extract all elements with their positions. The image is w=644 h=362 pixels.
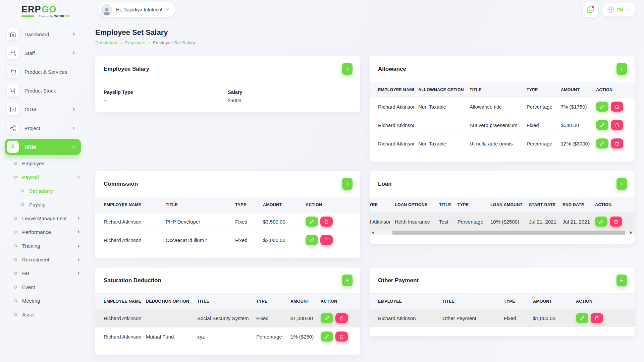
logo-go-text: GO	[42, 4, 57, 14]
sidebar-subitem-asset[interactable]: Asset	[14, 309, 81, 320]
subitem-label: Asset	[22, 312, 81, 317]
pencil-icon	[600, 105, 604, 109]
sidebar-subitem-leave-management[interactable]: Leave Management	[14, 213, 81, 224]
cell: Percentage	[453, 213, 486, 231]
cell: Fixed	[523, 116, 557, 134]
bullet-icon	[14, 161, 18, 165]
sidebar-subitem-hr[interactable]: HR	[14, 267, 81, 279]
horizontal-scrollbar[interactable]	[370, 231, 635, 235]
sidebar-item-product-stock[interactable]: Product Stock	[5, 82, 81, 99]
edit-button[interactable]	[595, 217, 607, 227]
edit-button[interactable]	[321, 331, 333, 342]
pencil-icon	[599, 220, 603, 224]
subitem-label: Meeting	[22, 298, 81, 304]
language-label: EN	[617, 7, 623, 12]
sidebar-subitem-recruitment[interactable]: Recruitment	[14, 254, 81, 265]
employee-salary-card: Employee Salary + Payslip Type -- Salary…	[95, 56, 360, 112]
cell: Jul 21, 2021	[558, 213, 591, 231]
delete-button[interactable]	[611, 120, 623, 130]
card-title: Commission	[104, 181, 138, 187]
sidebar-item-crm[interactable]: CRM	[5, 101, 81, 117]
cell	[414, 116, 466, 134]
cell: Fixed	[252, 309, 286, 327]
edit-button[interactable]	[306, 217, 318, 227]
sidebar-item-staff[interactable]: Staff	[5, 45, 81, 61]
sidebar-subitem-event[interactable]: Event	[14, 281, 81, 293]
cell: Percentage	[252, 327, 286, 346]
breadcrumb-separator: ›	[148, 40, 150, 45]
scrollbar-thumb[interactable]	[392, 231, 625, 235]
messenger-button[interactable]	[583, 2, 598, 17]
delete-button[interactable]	[611, 138, 623, 148]
bullet-icon	[14, 312, 18, 316]
column-header: TYPE	[252, 294, 286, 309]
bullet-icon	[14, 299, 18, 303]
add-other-payment-button[interactable]: +	[616, 275, 627, 286]
delete-button[interactable]	[320, 217, 333, 227]
pencil-icon	[310, 238, 314, 242]
column-header: EMPLOYEE NAME	[95, 197, 162, 213]
field-label: Payslip Type	[104, 89, 228, 95]
user-menu[interactable]: Hi, Rajodiya Infotech!	[99, 2, 175, 17]
add-employee-salary-button[interactable]: +	[342, 63, 353, 75]
cell	[142, 309, 193, 327]
delete-button[interactable]	[320, 235, 333, 245]
edit-button[interactable]	[321, 313, 333, 323]
card-title: Saturation Deduction	[104, 277, 161, 284]
cell: Percentage	[523, 134, 557, 153]
cell: Allowance title	[466, 98, 523, 116]
notification-dot	[592, 6, 594, 8]
edit-button[interactable]	[596, 102, 608, 112]
language-selector[interactable]: EN	[603, 3, 635, 16]
subitem-label: Leave Management	[22, 216, 76, 221]
main-content: Employee Set Salary Dashboard › Employee…	[86, 19, 644, 362]
sidebar-subitem-employee[interactable]: Employee	[14, 158, 81, 169]
delete-button[interactable]	[335, 313, 348, 323]
delete-button[interactable]	[611, 102, 623, 112]
scroll-right-arrow-icon[interactable]	[630, 231, 632, 234]
column-header: ACTION	[302, 197, 360, 213]
cell: Helth Insurance	[391, 213, 435, 231]
loan-card: Loan + EMPLOYEE LOAN OPTIONS TITLE TYPE …	[370, 171, 635, 244]
edit-button[interactable]	[306, 235, 318, 245]
sidebar-subitem-performance[interactable]: Performance	[14, 226, 81, 238]
column-header: ACTION	[591, 197, 635, 213]
column-header: TYPE	[231, 197, 259, 213]
trash-icon	[339, 316, 344, 320]
loan-table-scroll-area[interactable]: EMPLOYEE LOAN OPTIONS TITLE TYPE LOAN AM…	[370, 197, 635, 231]
add-allowance-button[interactable]: +	[616, 63, 627, 75]
sidebar-item-hrm[interactable]: HRM	[5, 139, 81, 155]
breadcrumb-link-dashboard[interactable]: Dashboard	[95, 40, 117, 45]
edit-button[interactable]	[596, 138, 608, 148]
sidebar-subitem-training[interactable]: Training	[14, 240, 81, 251]
trash-icon	[615, 141, 619, 146]
add-commission-button[interactable]: +	[342, 178, 353, 190]
scroll-left-arrow-icon[interactable]	[372, 231, 374, 234]
delete-button[interactable]	[610, 217, 622, 227]
column-header: AMOUNT	[259, 197, 302, 213]
sidebar-subitem-meeting[interactable]: Meeting	[14, 295, 81, 306]
edit-button[interactable]	[596, 120, 608, 130]
sidebar-subitem-payslip[interactable]: Payslip	[21, 199, 81, 210]
commission-table: EMPLOYEE NAME TITLE TYPE AMOUNT ACTION R…	[95, 197, 360, 249]
cell: Percentage	[523, 98, 557, 116]
add-saturation-deduction-button[interactable]: +	[342, 275, 353, 286]
subitem-label: Payslip	[29, 202, 81, 207]
sidebar-item-product-services[interactable]: Product & Services	[5, 64, 81, 80]
sidebar-subitem-payroll[interactable]: Payroll	[14, 171, 81, 183]
subitem-label: Set salary	[29, 188, 81, 194]
cell: Mutual Fund	[142, 327, 193, 346]
edit-button[interactable]	[576, 313, 588, 323]
breadcrumb-link-employee[interactable]: Employee	[125, 40, 145, 45]
sidebar-item-dashboard[interactable]: Dashboard	[5, 26, 81, 42]
delete-button[interactable]	[335, 331, 348, 342]
sidebar-item-project[interactable]: Project	[5, 120, 81, 136]
delete-button[interactable]	[591, 313, 603, 323]
cell: Ut nulla aute omnis	[466, 134, 523, 153]
chevron-down-icon	[76, 175, 81, 179]
erpgo-logo[interactable]: ERPGO Powered By WORKDO	[0, 2, 86, 18]
cell: $3,500.00	[259, 213, 302, 231]
sidebar-subitem-set-salary[interactable]: Set salary	[21, 185, 81, 196]
add-loan-button[interactable]: +	[616, 178, 627, 190]
bullet-icon	[14, 230, 18, 234]
